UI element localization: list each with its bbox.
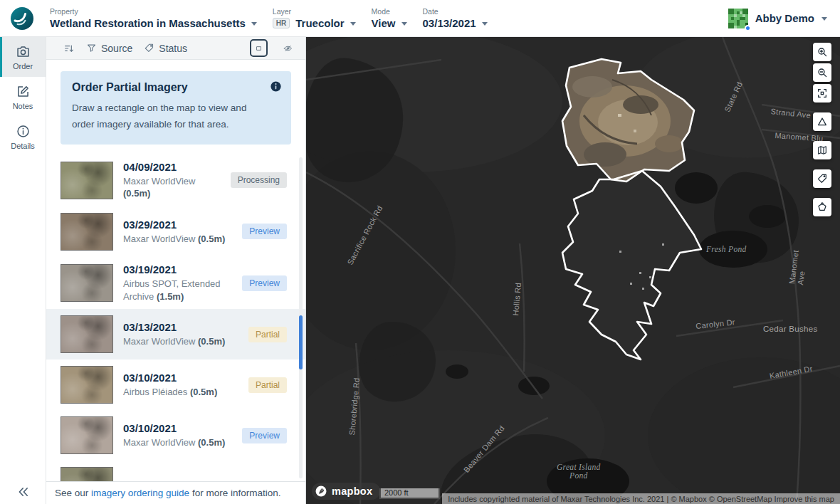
draw-polygon-icon xyxy=(817,201,828,213)
status-filter-button[interactable]: Status xyxy=(144,43,187,54)
imagery-list-item[interactable]: 03/06/2021 xyxy=(46,461,305,481)
status-badge: Preview xyxy=(242,275,287,291)
imagery-thumbnail xyxy=(61,366,113,404)
property-label: Property xyxy=(50,7,257,16)
imagery-source: Airbus SPOT, Extended Archive (1.5m) xyxy=(123,278,231,303)
imagery-date: 03/19/2021 xyxy=(123,263,236,275)
map-toolbar xyxy=(813,43,831,216)
info-circle-icon[interactable] xyxy=(270,80,282,93)
toggle-visibility-button[interactable] xyxy=(279,39,297,57)
zoom-in-button[interactable] xyxy=(813,43,831,61)
user-name: Abby Demo xyxy=(755,12,814,24)
imagery-date: 03/10/2021 xyxy=(123,372,243,384)
chevron-down-icon xyxy=(350,22,356,26)
collapse-sidebar-button[interactable] xyxy=(0,485,46,498)
measure-triangle-icon xyxy=(817,116,828,127)
map-scale-bar: 2000 ft xyxy=(379,488,440,499)
chevron-down-icon xyxy=(482,22,488,26)
mapbox-wordmark: mapbox xyxy=(332,485,372,497)
layer-label: Layer xyxy=(273,7,356,16)
panel-scrollbar-thumb[interactable] xyxy=(299,315,303,369)
nav-label-notes: Notes xyxy=(13,102,33,110)
status-filter-label: Status xyxy=(159,43,187,54)
map-book-icon xyxy=(817,145,828,156)
property-selector[interactable]: Property Wetland Restoration in Massachu… xyxy=(50,7,257,29)
date-label: Date xyxy=(423,7,488,16)
map-attribution: Includes copyrighted material of Maxar T… xyxy=(442,493,840,504)
status-badge: Processing xyxy=(231,172,287,188)
layer-selector[interactable]: Layer HR Truecolor xyxy=(273,7,356,29)
imagery-date: 04/09/2021 xyxy=(123,161,225,173)
imagery-panel: Source Status xyxy=(46,37,306,504)
date-selector[interactable]: Date 03/13/2021 xyxy=(423,7,488,29)
imagery-thumbnail xyxy=(61,416,113,454)
nav-item-details[interactable]: Details xyxy=(0,117,46,157)
zoom-in-icon xyxy=(817,46,828,58)
status-badge: Partial xyxy=(248,327,287,342)
panel-toolbar: Source Status xyxy=(46,37,305,60)
imagery-date: 03/10/2021 xyxy=(123,422,236,434)
filter-funnel-icon xyxy=(86,43,97,53)
nav-item-order[interactable]: Order xyxy=(0,37,46,77)
sort-button[interactable] xyxy=(63,43,75,54)
measure-tool-button[interactable] xyxy=(813,112,831,131)
collapse-double-chevron-icon xyxy=(17,485,30,498)
mode-label: Mode xyxy=(372,7,407,16)
tag-icon xyxy=(817,173,828,184)
footer-text-before: See our xyxy=(55,488,91,498)
left-nav: Order Notes Details xyxy=(0,37,46,504)
zoom-out-icon xyxy=(817,67,828,78)
app-window: Property Wetland Restoration in Massachu… xyxy=(0,0,840,504)
map-canvas[interactable]: State RdStrand AveManomet BluManomet Ave… xyxy=(306,37,840,504)
camera-icon xyxy=(16,44,31,59)
imagery-list-item[interactable]: 03/19/2021 Airbus SPOT, Extended Archive… xyxy=(46,257,305,309)
imagery-source: Maxar WorldView (0.5m) xyxy=(123,233,231,246)
basemap-button[interactable] xyxy=(813,141,831,159)
mode-selector[interactable]: Mode View xyxy=(372,7,407,29)
eye-off-icon xyxy=(283,43,293,54)
imagery-list-item[interactable]: 03/10/2021 Maxar WorldView (0.5m) Previe… xyxy=(46,410,305,461)
chevron-down-icon xyxy=(821,17,827,21)
imagery-list-item[interactable]: 04/09/2021 Maxar WorldView (0.5m) Proces… xyxy=(46,154,305,206)
draw-rectangle-icon xyxy=(256,43,262,54)
app-logo-icon[interactable] xyxy=(10,6,34,31)
status-badge: Partial xyxy=(248,377,287,393)
nav-item-notes[interactable]: Notes xyxy=(0,77,46,117)
nav-label-order: Order xyxy=(13,62,33,70)
info-icon xyxy=(16,124,31,139)
mapbox-logo[interactable]: mapbox xyxy=(312,483,380,500)
user-menu[interactable]: Abby Demo xyxy=(728,9,827,28)
notes-icon xyxy=(16,84,31,99)
source-filter-button[interactable]: Source xyxy=(86,43,132,54)
date-value: 03/13/2021 xyxy=(423,17,476,29)
imagery-date: 03/29/2021 xyxy=(123,219,236,231)
imagery-date: 03/13/2021 xyxy=(123,321,243,333)
avatar xyxy=(728,9,748,28)
property-value: Wetland Restoration in Massachusetts xyxy=(50,17,246,29)
infobox-title: Order Partial Imagery xyxy=(72,81,280,94)
imagery-source: Maxar WorldView (0.5m) xyxy=(123,436,231,449)
footer-text-after: for more information. xyxy=(189,488,280,498)
imagery-thumbnail xyxy=(61,213,113,251)
zoom-to-property-button[interactable] xyxy=(813,84,831,103)
imagery-list-item[interactable]: 03/29/2021 Maxar WorldView (0.5m) Previe… xyxy=(46,206,305,257)
imagery-thumbnail xyxy=(61,467,113,481)
imagery-thumbnail xyxy=(61,264,113,302)
imagery-source: Maxar WorldView (0.5m) xyxy=(123,175,225,200)
tag-tool-button[interactable] xyxy=(813,169,831,188)
draw-rectangle-tool-button[interactable] xyxy=(250,39,268,57)
imagery-list-item[interactable]: 03/10/2021 Airbus Pléiades (0.5m) Partia… xyxy=(46,359,305,410)
top-header: Property Wetland Restoration in Massachu… xyxy=(0,0,840,37)
zoom-out-button[interactable] xyxy=(813,63,831,82)
imagery-ordering-guide-link[interactable]: imagery ordering guide xyxy=(91,488,189,498)
imagery-source: Maxar WorldView (0.5m) xyxy=(123,335,231,348)
source-filter-label: Source xyxy=(101,43,132,54)
infobox-body: Draw a rectangle on the map to view and … xyxy=(72,100,251,133)
imagery-thumbnail xyxy=(61,315,113,353)
zoom-extent-icon xyxy=(817,88,828,99)
draw-polygon-button[interactable] xyxy=(813,198,831,216)
imagery-list-item[interactable]: 03/13/2021 Maxar WorldView (0.5m) Partia… xyxy=(46,309,305,359)
sort-icon xyxy=(63,43,75,54)
nav-label-details: Details xyxy=(11,142,35,150)
status-badge: Preview xyxy=(242,224,287,239)
